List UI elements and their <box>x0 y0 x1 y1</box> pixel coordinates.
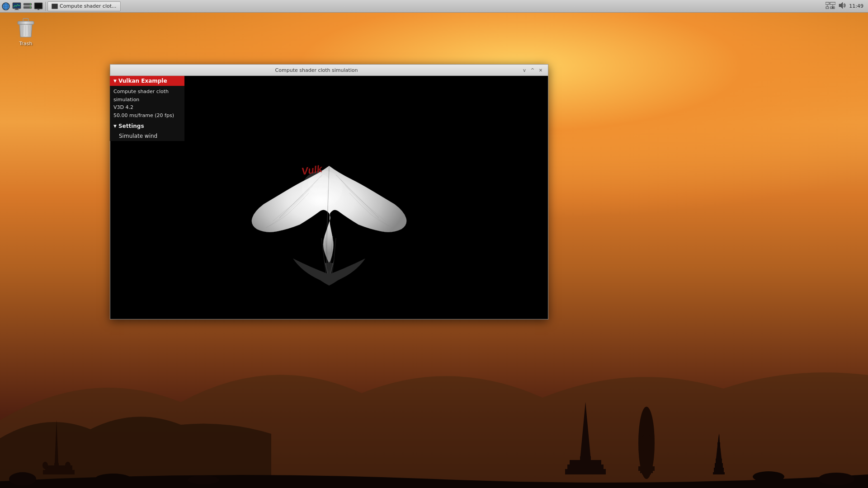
mini-window-icon <box>52 4 58 9</box>
trash-label: Trash <box>19 41 32 47</box>
vulkan-fps: 50.00 ms/frame (20 fps) <box>113 112 181 120</box>
vulkan-panel-title: Vulkan Example <box>118 78 167 84</box>
taskbar-clock: 11:49 <box>849 3 863 9</box>
svg-rect-32 <box>38 9 39 10</box>
window-maximize-btn[interactable]: ^ <box>529 66 536 74</box>
svg-rect-34 <box>830 2 835 5</box>
taskbar-monitor-icon[interactable] <box>12 1 22 11</box>
taskbar-storage-icon[interactable] <box>23 1 33 11</box>
svg-rect-37 <box>826 7 829 9</box>
window-titlebar: Compute shader cloth simulation v ^ ✕ <box>110 64 548 76</box>
landscape-silhouette <box>0 330 868 488</box>
vulkan-info-section: Compute shader cloth simulation V3D 4.2 … <box>110 86 184 121</box>
svg-point-29 <box>30 7 31 8</box>
vulkan-app-name: Compute shader cloth simulation <box>113 88 181 103</box>
vulkan-version: V3D 4.2 <box>113 103 181 112</box>
vulkan-panel: ▼ Vulkan Example Compute shader cloth si… <box>110 76 184 141</box>
vulkan-panel-header[interactable]: ▼ Vulkan Example <box>110 76 184 86</box>
svg-rect-11 <box>638 466 655 471</box>
app-window: Compute shader cloth simulation v ^ ✕ <box>110 64 548 319</box>
svg-point-15 <box>753 471 784 482</box>
settings-label: Settings <box>118 123 144 129</box>
svg-point-28 <box>30 4 31 5</box>
window-minimize-btn[interactable]: v <box>521 66 528 74</box>
svg-rect-31 <box>35 3 42 9</box>
svg-point-12 <box>9 472 36 486</box>
svg-rect-6 <box>570 460 601 465</box>
svg-rect-25 <box>14 9 19 10</box>
svg-point-16 <box>818 473 854 485</box>
window-body: Vulk ▼ Vulkan Example Compute shader clo… <box>110 76 548 319</box>
svg-point-8 <box>641 434 652 452</box>
svg-rect-33 <box>826 2 829 5</box>
vulkan-triangle-icon: ▼ <box>113 79 117 83</box>
svg-point-3 <box>65 462 71 469</box>
taskbar-globe-icon[interactable] <box>1 1 11 11</box>
network-icon[interactable] <box>826 1 835 11</box>
simulate-wind-item[interactable]: Simulate wind <box>110 131 184 141</box>
svg-point-48 <box>308 174 330 194</box>
taskbar-app-label: Compute shader clot... <box>60 3 117 9</box>
svg-rect-42 <box>18 21 34 24</box>
trash-icon[interactable]: Trash <box>10 17 42 47</box>
taskbar-screen-icon[interactable] <box>33 1 43 11</box>
svg-point-13 <box>95 474 131 484</box>
simulate-wind-label: Simulate wind <box>119 133 157 139</box>
taskbar-right: 11:49 <box>826 1 867 11</box>
trash-icon-image <box>15 17 37 39</box>
taskbar: Compute shader clot... 11:49 <box>0 0 868 13</box>
svg-rect-39 <box>832 7 834 9</box>
svg-marker-40 <box>839 2 843 9</box>
cloth-simulation-svg: Vulk <box>216 96 442 299</box>
taskbar-app-button[interactable]: Compute shader clot... <box>47 1 121 11</box>
window-close-btn[interactable]: ✕ <box>537 66 544 74</box>
svg-rect-41 <box>23 19 28 21</box>
settings-header[interactable]: ▼ Settings <box>110 121 184 131</box>
volume-icon[interactable] <box>838 1 846 11</box>
svg-rect-24 <box>15 9 18 9</box>
window-title: Compute shader cloth simulation <box>114 67 519 73</box>
svg-point-2 <box>42 462 48 469</box>
window-controls: v ^ ✕ <box>521 66 544 74</box>
taskbar-separator-1 <box>45 2 46 11</box>
svg-point-14 <box>188 475 219 484</box>
settings-triangle-icon: ▼ <box>113 124 117 128</box>
